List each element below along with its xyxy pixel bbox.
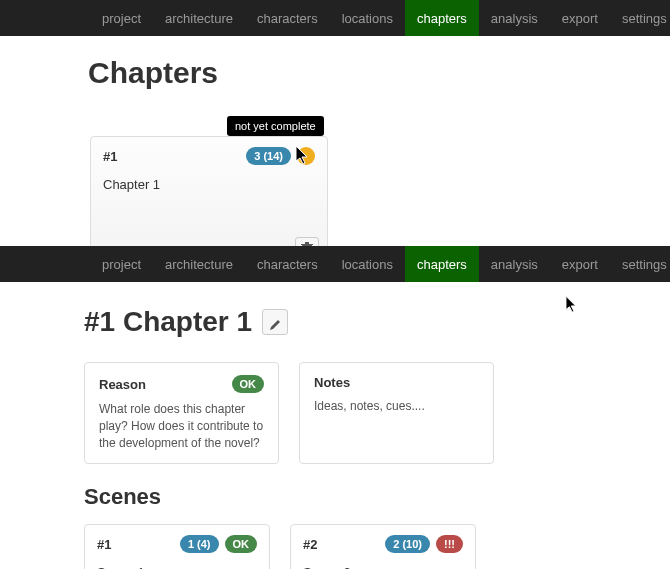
nav-project[interactable]: project	[90, 0, 153, 36]
scene-number: #2	[303, 537, 317, 552]
nav2-project[interactable]: project	[90, 246, 153, 282]
scene-count-badge: 2 (10)	[385, 535, 430, 553]
reason-panel[interactable]: Reason OK What role does this chapter pl…	[84, 362, 279, 464]
nav2-architecture[interactable]: architecture	[153, 246, 245, 282]
scenes-section-title: Scenes	[84, 484, 670, 510]
nav2-export[interactable]: export	[550, 246, 610, 282]
status-tooltip: not yet complete	[227, 116, 324, 136]
nav-characters[interactable]: characters	[245, 0, 330, 36]
scene-title: Scene 2	[303, 565, 463, 569]
top-navbar-2: project architecture characters location…	[0, 246, 670, 282]
chapter-number: #1	[103, 149, 117, 164]
nav-settings[interactable]: settings	[610, 0, 670, 36]
pencil-icon	[269, 306, 281, 338]
scene-card[interactable]: #1 1 (4) OK Scene 1	[84, 524, 270, 569]
nav2-chapters[interactable]: chapters	[405, 246, 479, 282]
cursor-icon	[296, 146, 312, 169]
nav-analysis[interactable]: analysis	[479, 0, 550, 36]
nav2-characters[interactable]: characters	[245, 246, 330, 282]
edit-chapter-button[interactable]	[262, 309, 288, 335]
nav-locations[interactable]: locations	[330, 0, 405, 36]
scene-status-badge: !!!	[436, 535, 463, 553]
reason-status-badge: OK	[232, 375, 265, 393]
scene-count-badge: 1 (4)	[180, 535, 219, 553]
nav2-analysis[interactable]: analysis	[479, 246, 550, 282]
nav2-locations[interactable]: locations	[330, 246, 405, 282]
nav-architecture[interactable]: architecture	[153, 0, 245, 36]
scene-card[interactable]: #2 2 (10) !!! Scene 2	[290, 524, 476, 569]
chapter-title: Chapter 1	[103, 177, 315, 192]
nav2-settings[interactable]: settings	[610, 246, 670, 282]
chapter-count-badge: 3 (14)	[246, 147, 291, 165]
scene-title: Scene 1	[97, 565, 257, 569]
reason-body: What role does this chapter play? How do…	[99, 401, 264, 451]
page-title: Chapters	[88, 56, 670, 90]
chapters-list-view: Chapters not yet complete #1 3 (14) Chap…	[0, 56, 670, 246]
notes-panel[interactable]: Notes Ideas, notes, cues....	[299, 362, 494, 464]
nav-chapters[interactable]: chapters	[405, 0, 479, 36]
chapter-heading: #1 Chapter 1	[84, 306, 252, 338]
notes-body: Ideas, notes, cues....	[314, 398, 479, 415]
notes-label: Notes	[314, 375, 350, 390]
nav-export[interactable]: export	[550, 0, 610, 36]
scene-status-badge: OK	[225, 535, 258, 553]
top-navbar: project architecture characters location…	[0, 0, 670, 36]
reason-label: Reason	[99, 377, 146, 392]
chapter-detail-view: #1 Chapter 1 Reason OK What role does th…	[0, 306, 670, 569]
scene-number: #1	[97, 537, 111, 552]
